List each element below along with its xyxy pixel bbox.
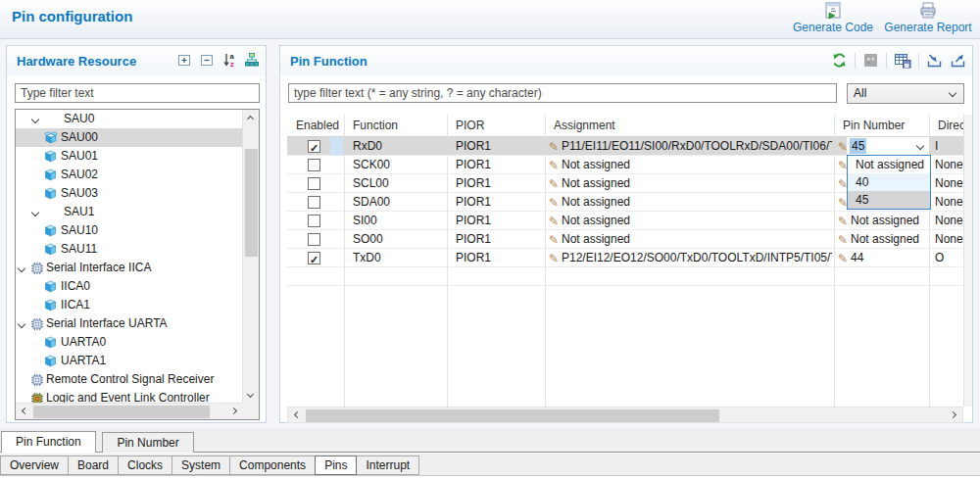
tree-vscroll-thumb[interactable]	[245, 149, 258, 257]
assignment-cell[interactable]: ✎P11/EI11/EO11/SI00/RxD0/TOOLRxD/SDA00/T…	[545, 137, 834, 156]
collapse-all-icon[interactable]	[199, 52, 215, 68]
scroll-right-icon[interactable]	[227, 404, 243, 419]
tree-item-logic-and-event-link-controller[interactable]: Logic and Event Link Controller	[16, 389, 243, 404]
sort-az-icon[interactable]: a z	[221, 52, 237, 68]
tree-horizontal-scrollbar[interactable]	[16, 403, 243, 419]
edit-pencil-icon: ✎	[549, 138, 559, 156]
pin-function-filter-input[interactable]	[288, 83, 837, 103]
generate-report-button[interactable]: Generate Report	[880, 2, 976, 37]
assignment-cell[interactable]: ✎P12/EI12/EO12/SO00/TxD0/TOOLTxD/INTP5/T…	[545, 249, 834, 267]
table-row[interactable]: RxD0PIOR1✎P11/EI11/EO11/SI00/RxD0/TOOLRx…	[287, 137, 963, 156]
hierarchy-icon[interactable]	[244, 52, 260, 68]
column-header-assignment[interactable]: Assignment	[545, 115, 834, 137]
scroll-left-icon[interactable]	[288, 407, 304, 423]
edit-pencil-icon: ✎	[838, 213, 848, 230]
column-header-pin-number[interactable]: Pin Number	[834, 115, 929, 137]
view-tab-overview[interactable]: Overview	[0, 455, 69, 475]
view-tab-board[interactable]: Board	[68, 455, 119, 475]
assignment-cell[interactable]: ✎Not assigned	[545, 156, 834, 174]
tree-item-sau02[interactable]: SAU02	[16, 166, 243, 184]
function-cell: SI00	[353, 212, 447, 230]
function-cell: SDA00	[353, 193, 447, 212]
generate-code-button[interactable]: Generate Code	[786, 2, 880, 37]
table-horizontal-scrollbar[interactable]	[287, 407, 963, 423]
tree-item-uarta1[interactable]: UARTA1	[16, 352, 243, 370]
tree-item-sau01[interactable]: SAU01	[16, 147, 243, 166]
pin-function-title: Pin Function	[290, 54, 368, 69]
pin-number-combobox[interactable]: 45	[847, 137, 929, 156]
enabled-checkbox[interactable]	[308, 215, 320, 227]
column-header-enabled[interactable]: Enabled	[287, 115, 344, 137]
enabled-checkbox[interactable]	[308, 233, 320, 246]
direction-cell: I	[935, 137, 963, 156]
tree-item-sau03[interactable]: SAU03	[16, 184, 243, 203]
export-icon[interactable]	[950, 52, 966, 69]
tree-item-sau0[interactable]: SAU0	[16, 110, 243, 128]
tree-item-sau10[interactable]: SAU10	[16, 221, 243, 240]
editor-tab-pin-function[interactable]: Pin Function	[1, 431, 96, 453]
function-cell: TxD0	[353, 249, 447, 267]
tree-item-serial-interface-uarta[interactable]: Serial Interface UARTA	[16, 314, 243, 333]
tree-expander-icon[interactable]	[18, 320, 25, 328]
scroll-right-icon[interactable]	[947, 407, 962, 423]
expand-all-icon[interactable]	[176, 52, 192, 68]
scroll-left-icon[interactable]	[16, 404, 31, 419]
tree-expander-icon[interactable]	[31, 209, 39, 216]
dropdown-option[interactable]: 45	[848, 191, 930, 209]
view-tab-components[interactable]: Components	[229, 455, 316, 475]
tree-item-sau11[interactable]: SAU11	[16, 240, 243, 259]
table-row[interactable]: SO00PIOR1✎Not assigned✎Not assignedNone	[287, 230, 963, 249]
module-cube-icon	[44, 150, 57, 163]
hardware-resource-tree: SAU0 SAU00 SAU01 SAU02 SAU03SAU1 SAU10 S…	[15, 109, 260, 420]
table-row[interactable]: SI00PIOR1✎Not assigned✎Not assignedNone	[287, 212, 963, 230]
enabled-checkbox[interactable]	[308, 196, 320, 209]
enabled-checkbox[interactable]	[308, 252, 320, 264]
module-cube-icon	[44, 355, 57, 367]
tree-item-iica1[interactable]: IICA1	[16, 296, 243, 314]
editor-tab-pin-number[interactable]: Pin Number	[102, 432, 193, 453]
tree-item-serial-interface-iica[interactable]: Serial Interface IICA	[16, 259, 243, 277]
function-cell: RxD0	[353, 137, 447, 156]
view-tab-system[interactable]: System	[172, 455, 230, 475]
refresh-icon[interactable]	[831, 52, 848, 69]
table-row[interactable]: TxD0PIOR1✎P12/EI12/EO12/SO00/TxD0/TOOLTx…	[287, 249, 963, 267]
import-icon[interactable]	[926, 52, 943, 69]
pin-number-cell[interactable]: ✎Not assigned	[834, 212, 929, 230]
tree-item-label: IICA1	[61, 296, 90, 314]
pin-number-cell[interactable]: ✎44	[834, 249, 929, 267]
assignment-cell[interactable]: ✎Not assigned	[545, 230, 834, 249]
view-tab-interrupt[interactable]: Interrupt	[356, 455, 419, 475]
assignment-cell[interactable]: ✎Not assigned	[545, 212, 834, 230]
tree-item-iica0[interactable]: IICA0	[16, 277, 243, 296]
tree-item-sau00[interactable]: SAU00	[16, 128, 243, 147]
direction-cell: None	[935, 156, 963, 174]
tree-expander-icon[interactable]	[18, 264, 25, 272]
enabled-checkbox[interactable]	[308, 177, 320, 190]
direction-cell: None	[935, 174, 963, 193]
dropdown-option[interactable]: 40	[848, 173, 930, 191]
assignment-cell[interactable]: ✎Not assigned	[545, 174, 834, 193]
enabled-checkbox[interactable]	[308, 140, 320, 153]
column-header-function[interactable]: Function	[344, 115, 447, 137]
tree-vertical-scrollbar[interactable]	[242, 110, 259, 404]
table-hscroll-thumb[interactable]	[306, 409, 719, 422]
view-tab-clocks[interactable]: Clocks	[118, 455, 172, 475]
tree-item-uarta0[interactable]: UARTA0	[16, 333, 243, 352]
save-table-icon[interactable]	[894, 52, 911, 69]
hardware-filter-input[interactable]	[15, 83, 260, 103]
view-tab-pins[interactable]: Pins	[315, 455, 357, 475]
tree-hscroll-thumb[interactable]	[33, 406, 210, 418]
filter-scope-select[interactable]: All	[847, 83, 964, 104]
tree-item-remote-control-signal-receiver[interactable]: Remote Control Signal Receiver	[16, 370, 243, 389]
assignment-cell[interactable]: ✎Not assigned	[545, 193, 834, 212]
tree-expander-icon[interactable]	[31, 116, 39, 123]
dropdown-option[interactable]: Not assigned	[848, 156, 930, 173]
scroll-down-icon[interactable]	[243, 388, 259, 404]
tree-item-sau1[interactable]: SAU1	[16, 203, 243, 221]
pin-number-cell[interactable]: ✎Not assigned	[834, 230, 929, 249]
enabled-checkbox[interactable]	[308, 159, 320, 171]
column-header-pior[interactable]: PIOR	[447, 115, 545, 137]
scroll-up-icon[interactable]	[243, 110, 259, 125]
table-vertical-scrollbar[interactable]	[963, 115, 972, 407]
column-header-direction[interactable]: Direction	[929, 115, 963, 137]
